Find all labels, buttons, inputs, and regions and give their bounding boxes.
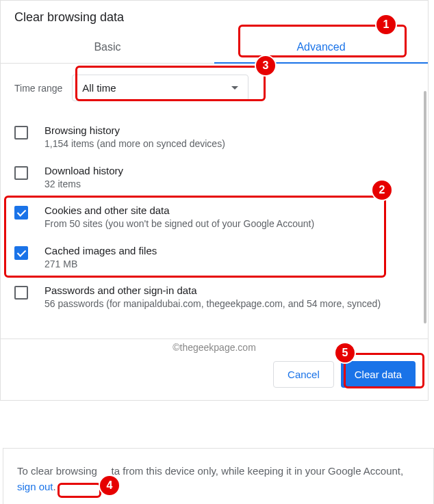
checkbox-cached[interactable] [14,246,28,260]
time-range-select[interactable]: All time [72,75,248,101]
checkbox-cookies[interactable] [14,206,28,220]
time-range-label: Time range [14,83,62,94]
tab-basic[interactable]: Basic [1,31,214,63]
footer-text-mid: ta from this device only, while keeping … [112,465,404,477]
checkbox-passwords[interactable] [14,286,28,300]
item-title: Cached images and files [44,245,414,256]
item-download-history: Download history 32 items [14,158,414,198]
tab-advanced[interactable]: Advanced [214,31,428,63]
item-desc: From 50 sites (you won't be signed out o… [44,217,414,231]
checkbox-download-history[interactable] [14,166,28,180]
time-range-row: Time range All time [14,75,414,101]
item-title: Download history [44,165,414,176]
dialog-body: Time range All time Browsing history 1,1… [1,64,428,339]
sign-out-link[interactable]: sign out [17,481,53,492]
footer-note: To clear browsing data from this device … [3,448,434,504]
footer-text-post: . [53,481,56,492]
footer-text-pre: To clear browsing [17,465,100,477]
item-desc: 56 passwords (for manipaldubai.com, theg… [44,297,414,311]
item-browsing-history: Browsing history 1,154 items (and more o… [14,118,414,158]
item-desc: 271 MB [44,258,414,271]
clear-browsing-data-dialog: Clear browsing data Basic Advanced Time … [0,0,429,401]
cancel-button[interactable]: Cancel [273,361,334,388]
item-cached: Cached images and files 271 MB [14,238,414,278]
tabs: Basic Advanced [1,31,428,64]
scrollbar[interactable] [424,91,426,323]
item-desc: 32 items [44,178,414,191]
item-title: Passwords and other sign-in data [44,284,414,296]
chevron-down-icon [231,86,238,90]
watermark-text: ©thegeekpage.com [1,339,428,353]
item-cookies: Cookies and other site data From 50 site… [14,198,414,238]
item-passwords: Passwords and other sign-in data 56 pass… [14,278,414,318]
dialog-title: Clear browsing data [1,1,428,31]
dialog-actions: Cancel Clear data [1,353,428,400]
item-title: Cookies and other site data [44,204,414,216]
item-title: Browsing history [44,124,414,136]
item-desc: 1,154 items (and more on synced devices) [44,137,414,151]
time-range-value: All time [82,82,116,94]
clear-data-button[interactable]: Clear data [341,361,416,388]
checkbox-browsing-history[interactable] [14,126,28,140]
